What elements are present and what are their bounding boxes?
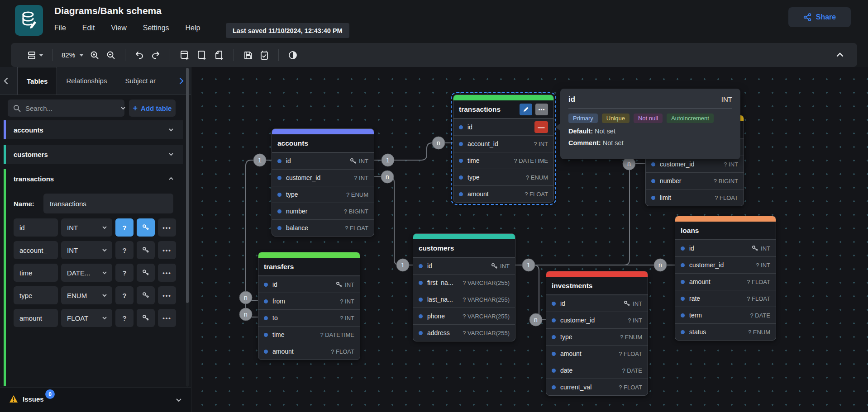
table-field-row[interactable]: time? DATETIME (453, 152, 553, 169)
layout-menu-button[interactable] (24, 47, 47, 63)
nullable-toggle[interactable]: ? (115, 286, 134, 304)
table-field-row[interactable]: limit? FLOAT (646, 189, 744, 206)
table-field-row[interactable]: type? ENUM (272, 186, 374, 203)
diagram-canvas[interactable]: 1nn1nn1n1nn accountsidINTcustomer_id? IN… (191, 67, 868, 412)
chevron-down-icon[interactable] (120, 105, 126, 111)
field-name-input[interactable]: id (14, 218, 58, 237)
toolbar-collapse-button[interactable] (835, 49, 845, 60)
table-field-row[interactable]: account_id? INT (453, 135, 553, 152)
sidebar-scrollbar[interactable] (186, 68, 189, 387)
table-title-row[interactable]: transactions••• (453, 100, 553, 118)
chevron-down-icon[interactable] (167, 151, 175, 158)
tab-subject-areas[interactable]: Subject ar (116, 67, 165, 95)
issues-bar[interactable]: Issues 0 (0, 387, 191, 412)
sidebar-item-accounts[interactable]: accounts (4, 120, 183, 139)
add-note-tool-button[interactable] (210, 47, 228, 63)
table-field-row[interactable]: idINT (675, 240, 776, 256)
chevron-up-icon[interactable] (167, 175, 175, 182)
table-field-row[interactable]: customer_id? INT (546, 312, 648, 328)
table-field-row[interactable]: customer_id? INT (675, 256, 776, 273)
table-field-row[interactable]: customer_id? INT (272, 169, 374, 186)
theme-toggle-button[interactable] (285, 47, 301, 63)
table-name-input[interactable] (43, 194, 173, 213)
table-field-row[interactable]: idINT (546, 295, 648, 312)
tab-tables[interactable]: Tables (17, 67, 57, 95)
add-table-tool-button[interactable] (176, 47, 193, 63)
field-type-select[interactable]: FLOAT (61, 309, 112, 327)
table-field-row[interactable]: first_na...? VARCHAR(255) (413, 274, 515, 291)
sidebar-item-customers[interactable]: customers (4, 145, 183, 164)
canvas-table-loans[interactable]: loansidINTcustomer_id? INTamount? FLOATr… (675, 216, 776, 341)
primary-key-toggle[interactable] (137, 241, 155, 259)
table-title-row[interactable]: loans (675, 222, 776, 240)
field-more-button[interactable]: ••• (158, 264, 176, 282)
field-more-button[interactable]: ••• (158, 218, 176, 237)
tabs-scroll-left-button[interactable] (2, 76, 11, 85)
table-field-row[interactable]: amount? FLOAT (546, 345, 648, 362)
table-field-row[interactable]: number? BIGINT (646, 172, 744, 189)
nullable-toggle[interactable]: ? (115, 218, 134, 237)
table-title-row[interactable]: customers (413, 239, 515, 257)
table-field-row[interactable]: type? ENUM (546, 328, 648, 345)
table-field-row[interactable]: status? ENUM (675, 323, 776, 340)
table-field-row[interactable]: idINT (413, 257, 515, 274)
table-field-row[interactable]: idINT (258, 276, 360, 293)
delete-field-button[interactable]: — (534, 121, 548, 133)
table-field-row[interactable]: current_val? FLOAT (546, 379, 648, 395)
table-title-row[interactable]: transfers (258, 258, 360, 276)
table-field-row[interactable]: number? BIGINT (272, 203, 374, 219)
menu-view[interactable]: View (111, 24, 126, 32)
primary-key-toggle[interactable] (137, 264, 155, 282)
relationship-line[interactable] (515, 265, 546, 320)
table-field-row[interactable]: balance? FLOAT (272, 219, 374, 236)
chevron-down-icon[interactable] (167, 126, 175, 133)
save-button[interactable] (240, 47, 256, 63)
redo-button[interactable] (148, 47, 164, 63)
menu-help[interactable]: Help (186, 24, 200, 32)
nullable-toggle[interactable]: ? (115, 264, 134, 282)
field-type-select[interactable]: INT (61, 218, 112, 237)
canvas-table-customers[interactable]: customersidINTfirst_na...? VARCHAR(255)l… (413, 233, 515, 341)
edit-table-button[interactable] (520, 104, 532, 115)
relationship-line[interactable] (374, 177, 413, 265)
canvas-table-investments[interactable]: investmentsidINTcustomer_id? INTtype? EN… (546, 271, 648, 396)
search-input[interactable] (25, 104, 115, 112)
table-field-row[interactable]: rate? FLOAT (675, 290, 776, 307)
menu-file[interactable]: File (54, 24, 66, 32)
canvas-table-transactions[interactable]: transactions•••id—account_id? INTtime? D… (453, 95, 554, 203)
table-field-row[interactable]: date? DATE (546, 362, 648, 379)
zoom-level-selector[interactable]: 82% (59, 51, 86, 59)
field-more-button[interactable]: ••• (158, 286, 176, 304)
field-type-select[interactable]: ENUM (61, 286, 112, 304)
table-field-row[interactable]: from? INT (258, 293, 360, 309)
field-name-input[interactable]: type (14, 286, 58, 304)
primary-key-toggle[interactable] (137, 286, 155, 304)
field-type-select[interactable]: INT (61, 241, 112, 259)
table-field-row[interactable]: last_na...? VARCHAR(255) (413, 291, 515, 308)
zoom-in-button[interactable] (86, 47, 103, 63)
canvas-table-accounts[interactable]: accountsidINTcustomer_id? INTtype? ENUMn… (272, 128, 374, 237)
scrollbar-thumb[interactable] (186, 68, 189, 303)
menu-settings[interactable]: Settings (143, 24, 169, 32)
field-name-input[interactable]: amount (14, 309, 58, 327)
table-field-row[interactable]: amount? FLOAT (675, 273, 776, 290)
tabs-scroll-right-button[interactable] (176, 76, 186, 85)
primary-key-toggle[interactable] (137, 309, 155, 327)
zoom-out-button[interactable] (103, 47, 119, 63)
add-table-button[interactable]: + Add table (129, 99, 176, 117)
canvas-table-transfers[interactable]: transfersidINTfrom? INTto? INTtime? DATE… (258, 252, 360, 360)
field-more-button[interactable]: ••• (158, 309, 176, 327)
table-field-row[interactable]: id— (453, 118, 553, 135)
field-more-button[interactable]: ••• (158, 241, 176, 259)
sidebar-item-transactions[interactable]: transactions (6, 169, 183, 188)
undo-button[interactable] (131, 47, 148, 63)
menu-edit[interactable]: Edit (82, 24, 95, 32)
field-name-input[interactable]: time (14, 264, 58, 282)
table-field-row[interactable]: term? DATE (675, 307, 776, 323)
table-search[interactable] (8, 99, 124, 117)
table-field-row[interactable]: amount? FLOAT (453, 185, 553, 202)
table-field-row[interactable]: time? DATETIME (258, 326, 360, 343)
table-field-row[interactable]: to? INT (258, 309, 360, 326)
table-title-row[interactable]: investments (546, 277, 648, 295)
add-area-tool-button[interactable] (193, 47, 210, 63)
